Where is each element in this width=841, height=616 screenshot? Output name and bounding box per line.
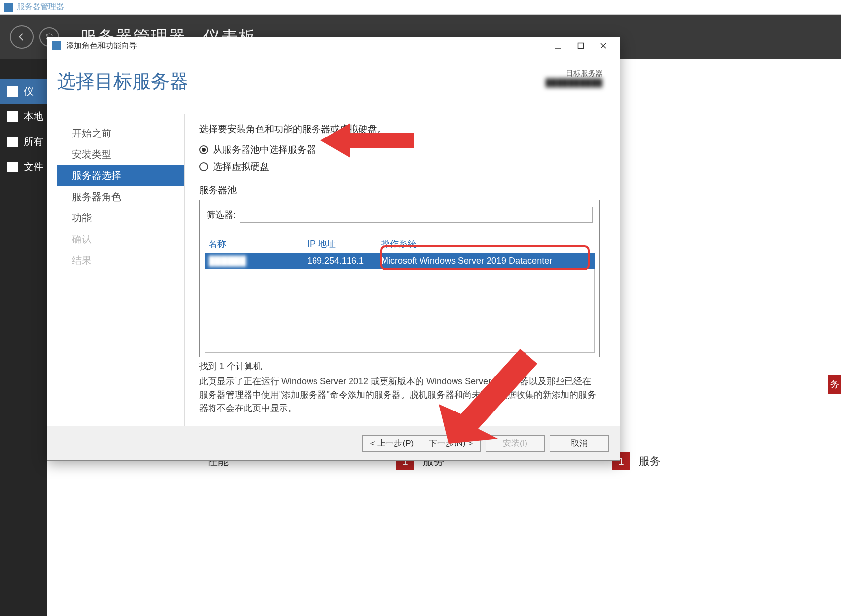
file-services-icon	[7, 162, 18, 172]
minimize-button[interactable]	[547, 38, 569, 53]
server-pool-box: 筛选器: 名称 IP 地址 操作系统 ██████ 169.254.116.1 …	[199, 200, 600, 357]
radio-icon	[199, 145, 208, 154]
dialog-title: 添加角色和功能向导	[66, 41, 137, 51]
wizard-heading: 选择目标服务器	[57, 69, 546, 94]
row-name: ██████	[205, 253, 303, 269]
svg-rect-1	[578, 43, 584, 49]
server-pool-label: 服务器池	[199, 184, 600, 197]
nav-step-features[interactable]: 功能	[57, 207, 184, 229]
next-button[interactable]: 下一步(N) >	[421, 435, 481, 452]
nav-step-install-type[interactable]: 安装类型	[57, 144, 184, 165]
nav-step-server-roles[interactable]: 服务器角色	[57, 186, 184, 207]
target-server-name: ██████████	[546, 78, 603, 87]
sidebar-item-dashboard[interactable]: 仪	[0, 79, 47, 104]
app-sidebar: 仪 本地 所有 文件	[0, 59, 47, 616]
prev-button[interactable]: < 上一步(P)	[362, 435, 421, 452]
found-count-text: 找到 1 个计算机	[199, 360, 600, 372]
nav-step-confirm: 确认	[57, 229, 184, 250]
app-titlebar: 服务器管理器	[0, 0, 841, 15]
nav-step-before[interactable]: 开始之前	[57, 123, 184, 144]
target-server-label: 目标服务器	[546, 69, 603, 78]
wizard-footer: < 上一步(P) 下一步(N) > 安装(I) 取消	[47, 426, 620, 460]
wizard-content: 选择要安装角色和功能的服务器或虚拟硬盘。 从服务器池中选择服务器 选择虚拟硬盘 …	[185, 114, 610, 426]
back-button[interactable]	[10, 25, 34, 49]
server-manager-icon	[4, 3, 13, 12]
all-servers-icon	[7, 137, 18, 147]
filter-input[interactable]	[240, 207, 593, 223]
radio-select-from-pool[interactable]: 从服务器池中选择服务器	[199, 143, 600, 156]
nav-step-result: 结果	[57, 250, 184, 271]
cancel-button[interactable]: 取消	[550, 435, 609, 452]
wizard-icon	[52, 41, 61, 50]
maximize-button[interactable]	[569, 38, 592, 53]
filter-label: 筛选器:	[207, 209, 236, 221]
install-button: 安装(I)	[486, 435, 545, 452]
page-description: 此页显示了正在运行 Windows Server 2012 或更新版本的 Win…	[199, 375, 600, 415]
bg-right-chip: 务	[828, 375, 841, 394]
col-name[interactable]: 名称	[205, 235, 303, 253]
nav-step-server-select[interactable]: 服务器选择	[57, 165, 184, 186]
local-server-icon	[7, 111, 18, 122]
table-header: 名称 IP 地址 操作系统	[205, 233, 595, 253]
radio-pool-label: 从服务器池中选择服务器	[213, 143, 316, 156]
row-os: Microsoft Windows Server 2019 Datacenter	[377, 253, 595, 269]
radio-select-vhd[interactable]: 选择虚拟硬盘	[199, 160, 600, 173]
sidebar-item-file[interactable]: 文件	[0, 154, 47, 179]
sidebar-item-all[interactable]: 所有	[0, 129, 47, 154]
dialog-titlebar[interactable]: 添加角色和功能向导	[47, 37, 620, 54]
table-row[interactable]: ██████ 169.254.116.1 Microsoft Windows S…	[205, 253, 595, 269]
add-roles-wizard-dialog: 添加角色和功能向导 选择目标服务器 目标服务器 ██████████ 开始之前 …	[47, 37, 620, 461]
radio-vhd-label: 选择虚拟硬盘	[213, 160, 269, 173]
dashboard-icon	[7, 86, 18, 97]
server-pool-table: 名称 IP 地址 操作系统 ██████ 169.254.116.1 Micro…	[205, 233, 595, 269]
col-os[interactable]: 操作系统	[377, 235, 595, 253]
instruction-text: 选择要安装角色和功能的服务器或虚拟硬盘。	[199, 123, 600, 136]
target-server-info: 目标服务器 ██████████	[546, 69, 603, 87]
row-ip: 169.254.116.1	[303, 253, 377, 269]
close-button[interactable]	[592, 38, 615, 53]
sidebar-item-local[interactable]: 本地	[0, 104, 47, 129]
col-ip[interactable]: IP 地址	[303, 235, 377, 253]
table-empty-area	[205, 269, 595, 353]
app-title: 服务器管理器	[17, 2, 64, 12]
wizard-nav: 开始之前 安装类型 服务器选择 服务器角色 功能 确认 结果	[57, 114, 185, 426]
radio-icon	[199, 162, 208, 171]
